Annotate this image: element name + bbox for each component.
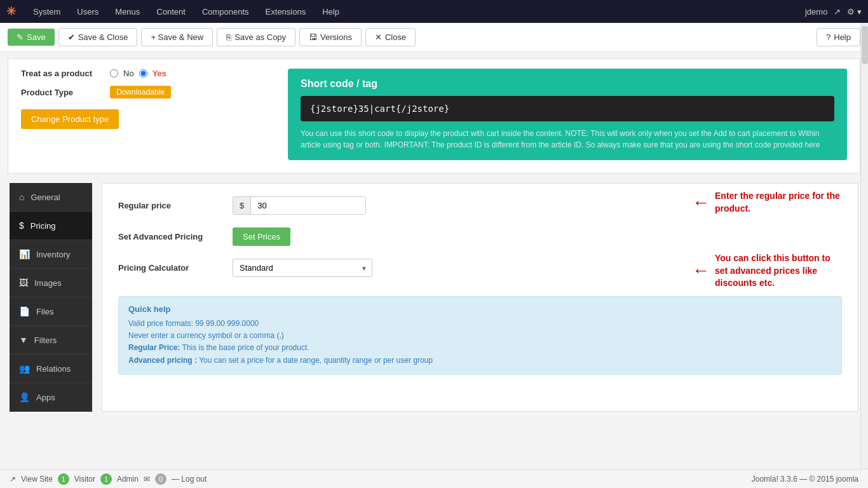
set-prices-button[interactable]: Set Prices [233,227,290,246]
checkmark-icon: ✔ [68,32,75,42]
regular-price-annotation-row: Regular price $ ← Enter the regular pric… [118,196,842,227]
pricing-calculator-group: Pricing Calculator Standard Advanced [118,259,673,277]
treat-radio-group: No Yes [110,69,166,78]
quick-help-advanced-text: You can set a price for a date range, qu… [199,356,433,365]
home-icon: ⌂ [19,192,24,202]
product-type-badge: Downloadable [110,86,171,98]
scrollbar[interactable] [860,23,868,421]
pricing-calc-annotation-row: Pricing Calculator Standard Advanced ← Y… [118,259,842,290]
sidebar-apps-label: Apps [36,393,55,402]
quick-help-box: Quick help Valid price formats: 99 99.00… [118,296,842,375]
save-button[interactable]: ✎ Save [8,29,55,46]
close-button[interactable]: ✕ Close [365,28,416,46]
sidebar-files-label: Files [36,307,53,316]
save-icon: ✎ [17,32,24,42]
product-type-label: Product Type [21,88,110,97]
treat-yes-radio[interactable] [139,69,147,78]
sidebar-filters-label: Filters [34,336,57,345]
sidebar-general-label: General [31,193,60,202]
quick-help-regular-prefix: Regular Price: [128,343,180,352]
set-advanced-pricing-group: Set Advanced Pricing Set Prices [118,227,842,246]
change-product-type-button[interactable]: Change Product type [21,109,119,129]
quick-help-advanced-prefix: Advanced pricing : [128,356,197,365]
nav-menus[interactable]: Menus [107,3,147,20]
nav-system[interactable]: System [25,3,68,20]
treat-yes-label: Yes [153,69,166,78]
top-navigation: ✳ System Users Menus Content Components … [0,0,868,23]
sidebar-item-images[interactable]: 🖼 Images [10,269,92,297]
nav-extensions[interactable]: Extensions [258,3,314,20]
sidebar-relations-label: Relations [36,364,71,374]
pricing-calc-label: Pricing Calculator [118,263,233,273]
regular-price-label: Regular price [118,201,233,210]
nav-content[interactable]: Content [149,3,193,20]
pricing-calc-select-wrap: Standard Advanced [233,259,372,277]
main-content-area: ⌂ General $ Pricing 📊 Inventory 🖼 Images… [0,173,868,421]
versions-icon: 🖫 [309,32,317,42]
regular-price-group: Regular price $ [118,196,673,215]
sidebar-item-filters[interactable]: ▼ Filters [10,326,92,355]
joomla-logo: ✳ [6,4,16,18]
treat-no-radio[interactable] [110,69,118,78]
sidebar-item-inventory[interactable]: 📊 Inventory [10,240,92,269]
pricing-calc-control: Standard Advanced [233,259,372,277]
nav-right: jdemo ↗ ⚙ ▾ [805,7,862,17]
nav-help[interactable]: Help [315,3,347,20]
shortcode-panel: Short code / tag {j2store}35|cart{/j2sto… [288,69,847,160]
save-copy-button[interactable]: ⎘ Save as Copy [217,28,295,46]
chart-icon: 📊 [19,249,30,259]
currency-prefix: $ [233,197,251,214]
shortcode-title: Short code / tag [301,78,834,90]
shortcode-value: {j2store}35|cart{/j2store} [301,96,834,121]
calc-arrow-icon: ← [692,261,710,281]
sidebar-item-apps[interactable]: 👤 Apps [10,383,92,412]
toolbar: ✎ Save ✔ Save & Close + Save & New ⎘ Sav… [0,23,868,52]
versions-button[interactable]: 🖫 Versions [299,28,362,46]
filter-icon: ▼ [19,335,28,345]
sidebar-images-label: Images [34,278,62,288]
quick-help-regular-text: This is the base price of your product. [182,343,309,352]
treat-as-product-row: Treat as a product No Yes [21,69,275,78]
external-link-icon: ↗ [834,7,841,17]
user-link[interactable]: jdemo [805,7,827,17]
sidebar-inventory-label: Inventory [36,250,70,259]
regular-price-control: $ [233,196,366,215]
pricing-calculator-select[interactable]: Standard Advanced [233,259,372,277]
price-input-wrapper: $ [233,196,366,215]
set-advanced-label: Set Advanced Pricing [118,232,233,241]
quick-help-line1: Valid price formats: 99 99.00 999.0000 [128,318,832,330]
set-prices-control: Set Prices [233,227,290,246]
sidebar-item-pricing[interactable]: $ Pricing [10,212,92,240]
price-annotation: Enter the regular price for the product. [715,190,842,215]
regular-price-input[interactable] [251,197,365,214]
apps-icon: 👤 [19,392,30,402]
help-icon: ? [826,32,831,42]
product-left: Treat as a product No Yes Product Type D… [21,69,275,160]
nav-users[interactable]: Users [69,3,106,20]
sidebar: ⌂ General $ Pricing 📊 Inventory 🖼 Images… [10,183,92,412]
product-top-section: Treat as a product No Yes Product Type D… [8,58,860,173]
treat-no-label: No [123,69,134,78]
sidebar-item-general[interactable]: ⌂ General [10,183,92,212]
quick-help-line4: Advanced pricing : You can set a price f… [128,355,832,367]
calc-annotation: You can click this button to set advance… [715,252,842,290]
nav-components[interactable]: Components [194,3,257,20]
sidebar-pricing-label: Pricing [31,221,56,231]
product-type-row: Product Type Downloadable [21,86,275,98]
close-icon: ✕ [375,32,382,42]
file-icon: 📄 [19,306,30,316]
quick-help-line3: Regular Price: This is the base price of… [128,342,832,354]
settings-icon[interactable]: ⚙ ▾ [847,7,862,17]
scrollbar-thumb[interactable] [862,26,868,64]
dollar-icon: $ [19,220,24,231]
nav-menu: System Users Menus Content Components Ex… [25,3,805,20]
sidebar-item-files[interactable]: 📄 Files [10,297,92,326]
relations-icon: 👥 [19,363,30,374]
save-close-button[interactable]: ✔ Save & Close [58,28,138,46]
quick-help-title: Quick help [128,304,832,314]
help-button[interactable]: ? Help [817,28,860,46]
save-new-button[interactable]: + Save & New [141,28,213,46]
copy-icon: ⎘ [226,32,231,42]
price-arrow-icon: ← [692,193,710,213]
sidebar-item-relations[interactable]: 👥 Relations [10,355,92,383]
